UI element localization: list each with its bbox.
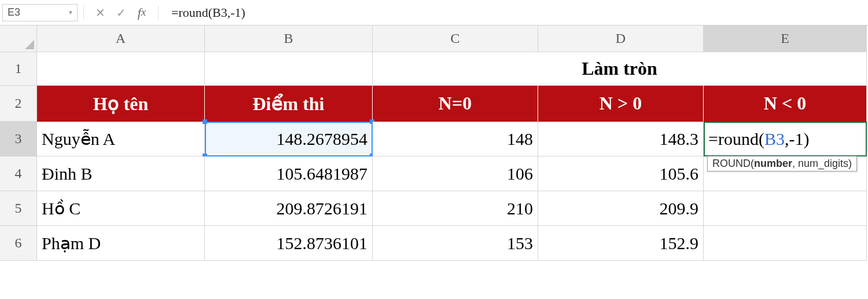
cell-B1[interactable] [205, 52, 373, 86]
row-header-4[interactable]: 4 [0, 156, 37, 191]
cancel-formula-button[interactable]: ✕ [91, 4, 109, 21]
cell-E3-editing[interactable]: =round(B3,-1) ROUND(number, num_digits) [704, 122, 867, 156]
row-header-2[interactable]: 2 [0, 86, 37, 122]
cell-C3[interactable]: 148 [373, 122, 538, 156]
separator [83, 5, 84, 20]
caret-down-icon: ▼ [68, 9, 73, 16]
spreadsheet-grid: A B C D E 1 Làm tròn 2 Họ tên Điểm thi N… [0, 25, 868, 261]
cell-C6[interactable]: 153 [373, 226, 538, 261]
row-header-5[interactable]: 5 [0, 191, 37, 226]
col-header-C[interactable]: C [373, 25, 538, 52]
row-header-1[interactable]: 1 [0, 52, 37, 86]
col-header-D[interactable]: D [538, 25, 704, 52]
cell-B5[interactable]: 209.8726191 [205, 191, 373, 226]
col-header-E[interactable]: E [704, 25, 867, 52]
header-cell-B2[interactable]: Điểm thi [205, 86, 373, 122]
cell-D6[interactable]: 152.9 [538, 226, 704, 261]
cell-D5[interactable]: 209.9 [538, 191, 704, 226]
col-header-A[interactable]: A [37, 25, 205, 52]
formula-inline: =round(B3,-1) [708, 129, 809, 149]
cell-C1-E1-merged[interactable]: Làm tròn [373, 52, 867, 86]
cell-A1[interactable] [37, 52, 205, 86]
select-all-corner[interactable] [0, 25, 37, 52]
insert-function-button[interactable]: fx [133, 4, 151, 21]
function-tooltip[interactable]: ROUND(number, num_digits) [707, 156, 857, 172]
cell-E5[interactable] [704, 191, 867, 226]
cell-B6[interactable]: 152.8736101 [205, 226, 373, 261]
header-cell-D2[interactable]: N > 0 [538, 86, 704, 122]
cell-B4[interactable]: 105.6481987 [205, 156, 373, 191]
col-header-B[interactable]: B [205, 25, 373, 52]
cell-D4[interactable]: 105.6 [538, 156, 704, 191]
header-cell-E2[interactable]: N < 0 [704, 86, 867, 122]
name-box-value: E3 [8, 6, 20, 19]
header-cell-A2[interactable]: Họ tên [37, 86, 205, 122]
cell-C4[interactable]: 106 [373, 156, 538, 191]
cell-B3[interactable]: 148.2678954 [205, 122, 373, 156]
cell-A4[interactable]: Đinh B [37, 156, 205, 191]
header-cell-C2[interactable]: N=0 [373, 86, 538, 122]
formula-bar: E3 ▼ ✕ ✓ fx =round(B3,-1) [0, 0, 868, 25]
cell-A5[interactable]: Hồ C [37, 191, 205, 226]
cell-A6[interactable]: Phạm D [37, 226, 205, 261]
formula-input[interactable]: =round(B3,-1) [164, 5, 868, 20]
cell-value: 148.2678954 [277, 129, 368, 149]
cell-E6[interactable] [704, 226, 867, 261]
cell-D3[interactable]: 148.3 [538, 122, 704, 156]
row-header-6[interactable]: 6 [0, 226, 37, 261]
cell-A3[interactable]: Nguyễn A [37, 122, 205, 156]
row-header-3[interactable]: 3 [0, 122, 37, 156]
separator [158, 5, 159, 20]
name-box[interactable]: E3 ▼ [2, 4, 78, 21]
enter-formula-button[interactable]: ✓ [112, 4, 130, 21]
cell-C5[interactable]: 210 [373, 191, 538, 226]
